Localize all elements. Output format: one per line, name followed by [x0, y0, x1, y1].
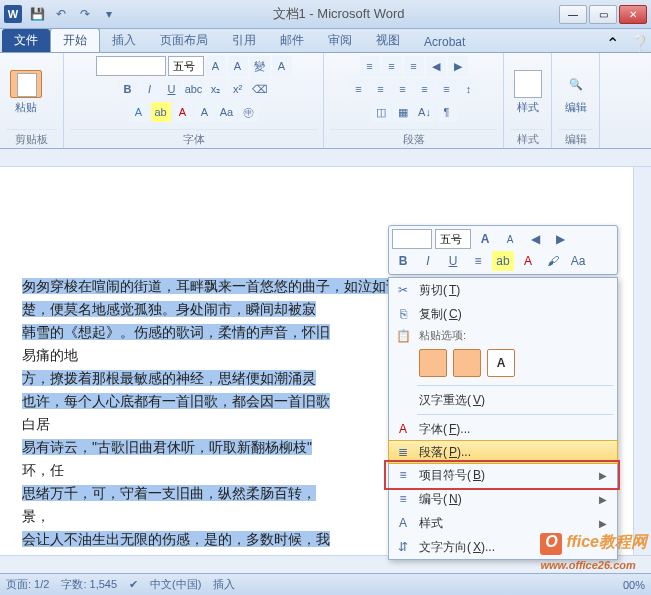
mini-italic[interactable]: I — [417, 251, 439, 271]
mini-shrink-font[interactable]: A — [499, 229, 521, 249]
editing-button[interactable]: 🔍 编辑 — [558, 68, 594, 117]
minimize-ribbon-icon[interactable]: ⌃ — [606, 34, 624, 52]
ctx-copy[interactable]: ⎘ 复制(C) — [389, 302, 617, 326]
minimize-button[interactable]: — — [559, 5, 587, 24]
tab-review[interactable]: 审阅 — [316, 29, 364, 52]
superscript-button[interactable]: x² — [228, 79, 248, 99]
mini-bold[interactable]: B — [392, 251, 414, 271]
line-spacing-button[interactable]: ↕ — [459, 79, 479, 99]
char-shading-button[interactable]: A — [195, 102, 215, 122]
strike-button[interactable]: abc — [184, 79, 204, 99]
mini-font-color[interactable]: A — [517, 251, 539, 271]
undo-icon[interactable]: ↶ — [52, 5, 70, 23]
tab-mail[interactable]: 邮件 — [268, 29, 316, 52]
group-styles: 样式 样式 — [504, 53, 552, 148]
status-zoom[interactable]: 00% — [623, 579, 645, 591]
mini-increase-indent[interactable]: ▶ — [549, 229, 571, 249]
phonetic-button[interactable]: 變 — [250, 56, 270, 76]
mini-center[interactable]: ≡ — [467, 251, 489, 271]
mini-format-painter[interactable]: 🖌 — [542, 251, 564, 271]
ctx-font[interactable]: A 字体(F)... — [389, 417, 617, 441]
align-center-button[interactable]: ≡ — [371, 79, 391, 99]
grow-font-button[interactable]: A — [206, 56, 226, 76]
tab-file[interactable]: 文件 — [2, 29, 50, 52]
maximize-button[interactable]: ▭ — [589, 5, 617, 24]
text-line[interactable]: 思绪万千，可，守着一支旧曲，纵然柔肠百转， — [22, 485, 316, 501]
font-color-button[interactable]: A — [173, 102, 193, 122]
multilevel-button[interactable]: ≡ — [404, 56, 424, 76]
decrease-indent-button[interactable]: ◀ — [426, 56, 446, 76]
borders-button[interactable]: ▦ — [393, 102, 413, 122]
redo-icon[interactable]: ↷ — [76, 5, 94, 23]
bold-button[interactable]: B — [118, 79, 138, 99]
text-line[interactable]: 楚，便莫名地感觉孤独。身处闹市，瞬间却被寂 — [22, 301, 316, 317]
status-proofing-icon[interactable]: ✔ — [129, 578, 138, 591]
show-marks-button[interactable]: ¶ — [437, 102, 457, 122]
text-effects-button[interactable]: A — [129, 102, 149, 122]
ctx-bullets[interactable]: ≡ 项目符号(B) ▶ — [389, 463, 617, 487]
paste-label: 粘贴 — [15, 100, 37, 115]
qat-dropdown-icon[interactable]: ▾ — [100, 5, 118, 23]
text-line[interactable]: 韩雪的《想起》。伤感的歌词，柔情的声音，怀旧 — [22, 324, 330, 340]
enclose-char-button[interactable]: ㊥ — [239, 102, 259, 122]
underline-button[interactable]: U — [162, 79, 182, 99]
text-line[interactable]: 也许，每个人心底都有一首旧歌，都会因一首旧歌 — [22, 393, 330, 409]
paste-merge[interactable] — [453, 349, 481, 377]
numbering-button[interactable]: ≡ — [382, 56, 402, 76]
tab-layout[interactable]: 页面布局 — [148, 29, 220, 52]
status-language[interactable]: 中文(中国) — [150, 577, 201, 592]
align-right-button[interactable]: ≡ — [393, 79, 413, 99]
sort-button[interactable]: A↓ — [415, 102, 435, 122]
text-line[interactable]: 易有诗云，"古歌旧曲君休听，听取新翻杨柳枝" — [22, 439, 312, 455]
tab-references[interactable]: 引用 — [220, 29, 268, 52]
char-border-button[interactable]: A — [272, 56, 292, 76]
distribute-button[interactable]: ≡ — [437, 79, 457, 99]
ctx-paragraph[interactable]: ≣ 段落(P)... — [388, 440, 618, 464]
mini-decrease-indent[interactable]: ◀ — [524, 229, 546, 249]
status-page[interactable]: 页面: 1/2 — [6, 577, 49, 592]
mini-styles[interactable]: Aa — [567, 251, 589, 271]
tab-home[interactable]: 开始 — [50, 28, 100, 52]
ctx-numbering[interactable]: ≡ 编号(N) ▶ — [389, 487, 617, 511]
paste-button[interactable]: 粘贴 — [6, 68, 46, 117]
help-icon[interactable]: ❔ — [630, 34, 648, 52]
vertical-scrollbar[interactable] — [633, 167, 651, 573]
horizontal-ruler[interactable] — [0, 149, 651, 167]
mini-font-size[interactable]: 五号 — [435, 229, 471, 249]
shading-button[interactable]: ◫ — [371, 102, 391, 122]
highlight-button[interactable]: ab — [151, 102, 171, 122]
paste-text-only[interactable]: A — [487, 349, 515, 377]
styles-button[interactable]: 样式 — [510, 68, 546, 117]
bullets-button[interactable]: ≡ — [360, 56, 380, 76]
tab-acrobat[interactable]: Acrobat — [412, 32, 477, 52]
mini-font-name[interactable] — [392, 229, 432, 249]
save-icon[interactable]: 💾 — [28, 5, 46, 23]
italic-button[interactable]: I — [140, 79, 160, 99]
mini-grow-font[interactable]: A — [474, 229, 496, 249]
close-button[interactable]: ✕ — [619, 5, 647, 24]
shrink-font-button[interactable]: A — [228, 56, 248, 76]
increase-indent-button[interactable]: ▶ — [448, 56, 468, 76]
text-line[interactable]: 会让人不油生出无限的伤感，是的，多数时候，我 — [22, 531, 330, 547]
status-words[interactable]: 字数: 1,545 — [61, 577, 117, 592]
mini-underline[interactable]: U — [442, 251, 464, 271]
ctx-paste-options-label: 📋 粘贴选项: — [389, 326, 617, 345]
align-left-button[interactable]: ≡ — [349, 79, 369, 99]
ctx-cut[interactable]: ✂ 剪切(T) — [389, 278, 617, 302]
change-case-button[interactable]: Aa — [217, 102, 237, 122]
styles-icon-small: A — [395, 515, 411, 531]
tab-insert[interactable]: 插入 — [100, 29, 148, 52]
text-line[interactable]: 方，撩拨着那根最敏感的神经，思绪便如潮涌灵 — [22, 370, 316, 386]
ctx-hanzi-reselect[interactable]: 汉字重选(V) — [389, 388, 617, 412]
status-mode[interactable]: 插入 — [213, 577, 235, 592]
submenu-arrow-icon: ▶ — [599, 470, 607, 481]
tab-view[interactable]: 视图 — [364, 29, 412, 52]
font-name-combo[interactable] — [96, 56, 166, 76]
justify-button[interactable]: ≡ — [415, 79, 435, 99]
clear-format-button[interactable]: ⌫ — [250, 79, 270, 99]
ctx-hanzi-label: 汉字重选 — [419, 392, 467, 409]
paste-keep-source[interactable] — [419, 349, 447, 377]
font-size-combo[interactable]: 五号 — [168, 56, 204, 76]
mini-highlight[interactable]: ab — [492, 251, 514, 271]
subscript-button[interactable]: x₂ — [206, 79, 226, 99]
